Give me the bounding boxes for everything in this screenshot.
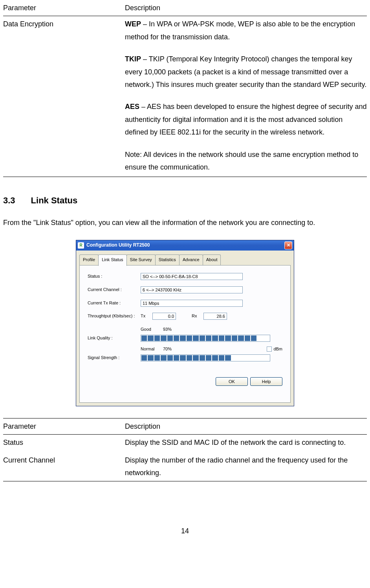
label-status: Status :	[88, 273, 141, 280]
section-heading: 3.3Link Status	[3, 193, 367, 208]
screenshot-container: R Configuration Utility RT2500 ✕ Profile…	[3, 240, 367, 406]
signal-strength-bar	[141, 354, 270, 361]
section-number: 3.3	[3, 193, 15, 208]
wep-text: – In WPA or WPA-PSK mode, WEP is also ab…	[125, 20, 355, 41]
parameter-table-1: Parameter Description Data Encryption WE…	[3, 0, 367, 177]
tab-about[interactable]: About	[203, 254, 221, 265]
table2-param-channel: Current Channel	[3, 452, 125, 481]
link-quality-pct: 93%	[163, 326, 172, 334]
tabs: Profile Link Status Site Survey Statisti…	[79, 254, 291, 265]
label-throughput: Throughtput (Kbits/sec) :	[88, 312, 141, 320]
table1-header-parameter: Parameter	[3, 0, 125, 16]
close-icon[interactable]: ✕	[284, 241, 292, 249]
parameter-table-2: Parameter Description Status Display the…	[3, 418, 367, 481]
label-tx: Tx	[141, 312, 148, 320]
link-quality-bar	[141, 335, 270, 342]
table2-desc-status: Display the SSID and MAC ID of the netwo…	[125, 435, 367, 452]
label-link-quality: Link Quality :	[88, 334, 141, 342]
tab-statistics[interactable]: Statistics	[155, 254, 180, 265]
tab-link-status[interactable]: Link Status	[98, 254, 126, 266]
signal-word: Normal	[141, 345, 158, 353]
window-title: Configuration Utility RT2500	[86, 241, 150, 250]
table1-desc-data-encryption: WEP – In WPA or WPA-PSK mode, WEP is als…	[125, 16, 367, 177]
label-tx-rate: Current Tx Rate :	[88, 299, 141, 307]
rx-value-field[interactable]	[203, 313, 227, 320]
dbm-checkbox[interactable]	[267, 347, 272, 352]
label-current-channel: Current Channel :	[88, 286, 141, 294]
signal-pct: 70%	[163, 345, 172, 353]
aes-text: – AES has been developed to ensure the h…	[125, 103, 366, 136]
tx-rate-field[interactable]	[141, 300, 243, 307]
wep-label: WEP	[125, 20, 141, 28]
tab-panel: Status : Current Channel : Current Tx Ra…	[79, 265, 291, 403]
tab-advance[interactable]: Advance	[179, 254, 203, 265]
tkip-label: TKIP	[125, 55, 141, 63]
aes-label: AES	[125, 103, 139, 111]
page-number: 14	[3, 525, 367, 537]
label-rx: Rx	[192, 312, 200, 320]
label-signal-strength: Signal Strength :	[88, 354, 141, 362]
table2-header-description: Description	[125, 418, 367, 435]
table1-header-description: Description	[125, 0, 367, 16]
app-icon: R	[78, 242, 84, 249]
note-text: Note: All devices in the network should …	[125, 148, 367, 174]
table2-header-parameter: Parameter	[3, 418, 125, 435]
tx-value-field[interactable]	[152, 313, 176, 320]
table2-param-status: Status	[3, 435, 125, 452]
tab-profile[interactable]: Profile	[79, 254, 99, 265]
section-intro: From the "Link Status" option, you can v…	[3, 216, 367, 229]
status-field[interactable]	[141, 273, 243, 280]
config-utility-window: R Configuration Utility RT2500 ✕ Profile…	[76, 240, 294, 406]
channel-field[interactable]	[141, 286, 243, 293]
help-button[interactable]: Help	[250, 377, 282, 386]
ok-button[interactable]: OK	[216, 377, 248, 386]
tkip-text: – TKIP (Temporal Key Integrity Protocol)…	[125, 55, 366, 88]
table2-desc-channel: Display the number of the radio channel …	[125, 452, 367, 481]
link-quality-word: Good	[141, 326, 158, 334]
tab-site-survey[interactable]: Site Survey	[126, 254, 156, 265]
titlebar[interactable]: R Configuration Utility RT2500 ✕	[76, 240, 294, 251]
table1-param-data-encryption: Data Encryption	[3, 16, 125, 177]
label-dbm: dBm	[273, 345, 282, 353]
section-title: Link Status	[31, 195, 78, 205]
